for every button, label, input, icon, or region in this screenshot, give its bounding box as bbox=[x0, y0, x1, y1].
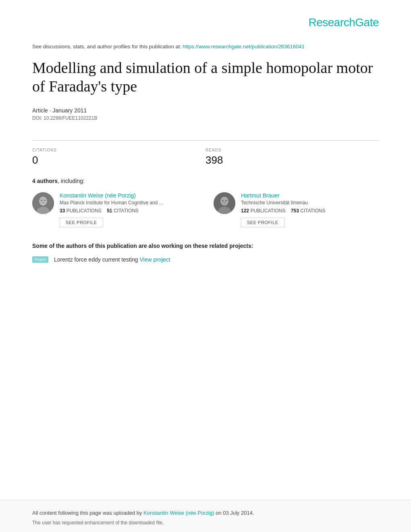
svg-point-9 bbox=[226, 200, 227, 201]
footer: All content following this page was uplo… bbox=[0, 500, 411, 532]
authors-heading: 4 authors, including: bbox=[32, 178, 379, 184]
project-badge-1: Project bbox=[32, 256, 48, 263]
related-projects-heading: Some of the authors of this publication … bbox=[32, 243, 379, 249]
article-type: Article · January 2011 bbox=[32, 107, 379, 114]
project-text-1: Lorentz force eddy current testing View … bbox=[54, 256, 170, 263]
header: ResearchGate bbox=[32, 16, 379, 29]
svg-point-4 bbox=[44, 200, 46, 201]
footer-text-after: on 03 July 2014. bbox=[216, 510, 254, 516]
intro-label: See discussions, stats, and author profi… bbox=[32, 44, 181, 50]
author-info-1: Konstantin Weise (née Porzig) Max Planck… bbox=[60, 192, 197, 227]
author-card-1: Konstantin Weise (née Porzig) Max Planck… bbox=[32, 192, 197, 230]
publication-link[interactable]: https://www.researchgate.net/publication… bbox=[183, 44, 305, 50]
footer-note: The user has requested enhancement of th… bbox=[32, 520, 379, 526]
author-pubs-2: 122 bbox=[241, 208, 249, 214]
author-avatar-2 bbox=[214, 192, 235, 214]
author-affiliation-1: Max Planck Institute for Human Cognitive… bbox=[60, 200, 197, 206]
citations-block: CITATIONS 0 bbox=[32, 148, 206, 166]
author-avatar-1 bbox=[32, 192, 54, 214]
author-cites-1: 51 bbox=[107, 208, 112, 214]
svg-point-1 bbox=[39, 197, 47, 206]
reads-label: READS bbox=[206, 148, 379, 152]
author-top-1: Konstantin Weise (née Porzig) Max Planck… bbox=[32, 192, 197, 227]
stats-row: CITATIONS 0 READS 398 bbox=[32, 148, 379, 166]
authors-grid: Konstantin Weise (née Porzig) Max Planck… bbox=[32, 192, 379, 230]
footer-uploader-link[interactable]: Konstantin Weise (née Porzig) bbox=[143, 510, 214, 516]
reads-value: 398 bbox=[206, 154, 379, 166]
author-cites-label-2: CITATIONS bbox=[300, 208, 325, 214]
author-info-2: Hartmut Brauer Technische Universität Il… bbox=[241, 192, 379, 227]
project-title-1: Lorentz force eddy current testing bbox=[54, 256, 138, 263]
see-profile-button-2[interactable]: SEE PROFILE bbox=[241, 218, 284, 227]
svg-point-6 bbox=[220, 197, 228, 206]
svg-point-8 bbox=[222, 200, 224, 201]
author-name-2[interactable]: Hartmut Brauer bbox=[241, 192, 379, 199]
footer-text: All content following this page was uplo… bbox=[32, 509, 379, 517]
author-cites-label-1: CITATIONS bbox=[114, 208, 139, 214]
citations-label: CITATIONS bbox=[32, 148, 206, 152]
author-pubs-label-1: PUBLICATIONS bbox=[66, 208, 102, 214]
article-doi: DOI: 10.2298/FUEE1102221B bbox=[32, 115, 379, 121]
author-stats-1: 33 PUBLICATIONS 51 CITATIONS bbox=[60, 208, 197, 214]
author-cites-2: 753 bbox=[291, 208, 299, 214]
authors-including: , including: bbox=[58, 178, 85, 184]
divider-top bbox=[32, 140, 379, 141]
citations-value: 0 bbox=[32, 154, 206, 166]
article-meta: Article · January 2011 DOI: 10.2298/FUEE… bbox=[32, 107, 379, 121]
author-affiliation-2: Technische Universität Ilmenau bbox=[241, 200, 379, 206]
view-project-link-1[interactable]: View project bbox=[139, 256, 170, 263]
paper-title: Modelling and simulation of a simple hom… bbox=[32, 58, 379, 96]
author-card-2: Hartmut Brauer Technische Universität Il… bbox=[214, 192, 379, 230]
author-name-1[interactable]: Konstantin Weise (née Porzig) bbox=[60, 192, 197, 199]
author-stats-2: 122 PUBLICATIONS 753 CITATIONS bbox=[241, 208, 379, 214]
footer-text-before: All content following this page was uplo… bbox=[32, 510, 142, 516]
page: ResearchGate See discussions, stats, and… bbox=[0, 0, 411, 532]
svg-point-3 bbox=[41, 200, 42, 201]
project-row-1: Project Lorentz force eddy current testi… bbox=[32, 256, 379, 263]
see-profile-button-1[interactable]: SEE PROFILE bbox=[60, 218, 103, 227]
author-pubs-1: 33 bbox=[60, 208, 65, 214]
authors-count: 4 authors bbox=[32, 178, 58, 184]
author-pubs-label-2: PUBLICATIONS bbox=[250, 208, 285, 214]
author-top-2: Hartmut Brauer Technische Universität Il… bbox=[214, 192, 379, 227]
reads-block: READS 398 bbox=[206, 148, 379, 166]
researchgate-logo: ResearchGate bbox=[308, 16, 379, 29]
intro-text: See discussions, stats, and author profi… bbox=[32, 44, 379, 50]
